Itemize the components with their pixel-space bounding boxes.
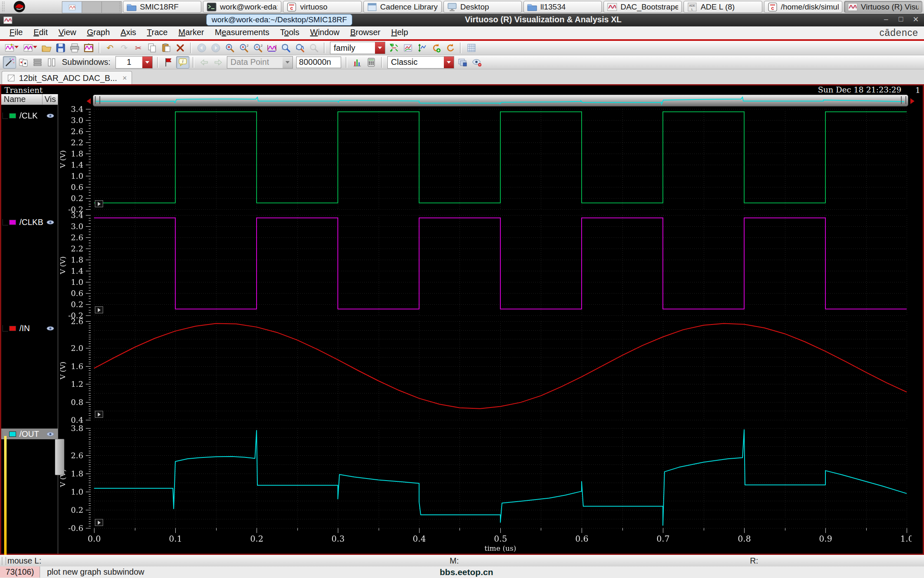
menu-axis[interactable]: Axis	[115, 26, 141, 39]
undo-button[interactable]: ↶	[104, 42, 117, 54]
signal-row-clk[interactable]: /CLK	[1, 110, 58, 121]
expand-strip-button[interactable]	[95, 200, 103, 207]
visibility-eye-icon[interactable]	[46, 220, 54, 225]
close-button[interactable]: ✕	[912, 15, 920, 24]
paste-button[interactable]	[160, 42, 173, 54]
pager-cell-1[interactable]	[62, 2, 82, 13]
family-combo-dropdown-icon[interactable]	[375, 42, 385, 54]
menu-file[interactable]: File	[4, 26, 28, 39]
menu-graph[interactable]: Graph	[82, 26, 116, 39]
datapoint-combo[interactable]: Data Point	[227, 56, 293, 69]
menu-trace[interactable]: Trace	[141, 26, 173, 39]
columns-button[interactable]	[45, 56, 58, 69]
zoom-box-button[interactable]	[279, 42, 292, 54]
dropdown-caret-icon[interactable]	[33, 46, 37, 48]
menu-window[interactable]: Window	[305, 26, 345, 39]
mouse-right-binding: R:	[750, 556, 758, 566]
new-graph-button[interactable]	[3, 42, 16, 54]
histogram-button[interactable]	[351, 56, 364, 69]
minimize-button[interactable]: ‒	[882, 15, 890, 24]
menu-help[interactable]: Help	[386, 26, 413, 39]
taskbar-button-6[interactable]: ll13534	[523, 1, 602, 13]
eye-style-button[interactable]	[470, 56, 483, 69]
time-value-field[interactable]: 800000n	[296, 57, 341, 68]
menu-marker[interactable]: Marker	[173, 26, 209, 39]
signal-row-out[interactable]: /OUT	[1, 429, 58, 439]
panel-scrollbar-thumb[interactable]	[55, 439, 64, 475]
new-subwindow-button[interactable]	[21, 42, 35, 54]
tab-close-icon[interactable]: ×	[121, 74, 127, 83]
save-button[interactable]	[54, 42, 67, 54]
taskbar-button-2[interactable]: work@work-eda:~/D···	[203, 1, 281, 13]
taskbar-button-9[interactable]: c/home/disk/simulatio···	[764, 1, 842, 13]
save-style-button[interactable]	[456, 56, 469, 69]
signal-row-clkb[interactable]: /CLKB	[1, 217, 58, 227]
out-plot-canvas[interactable]	[58, 422, 912, 534]
rows-button[interactable]	[31, 56, 44, 69]
swap-sweep-button[interactable]	[429, 42, 443, 54]
reload-sweep-button[interactable]	[443, 42, 457, 54]
menu-view[interactable]: View	[53, 26, 82, 39]
maximize-button[interactable]: □	[897, 15, 905, 24]
swap-sweep-icon	[431, 43, 441, 53]
tree-connector	[2, 113, 8, 119]
family-combo[interactable]: family	[330, 42, 385, 54]
visibility-eye-icon[interactable]	[46, 113, 54, 118]
menu-tools[interactable]: Tools	[275, 26, 305, 39]
taskbar-button-10[interactable]: Virtuoso (R) Visualiza···	[844, 1, 922, 13]
flag-button[interactable]	[162, 56, 175, 69]
table-button[interactable]	[465, 42, 478, 54]
snapshot-button[interactable]	[82, 42, 95, 54]
nav-forward-icon	[211, 43, 221, 53]
delete-button[interactable]	[174, 42, 187, 54]
visibility-eye-icon[interactable]	[46, 326, 54, 331]
subwindows-combo[interactable]: 1	[116, 56, 153, 69]
callout-button[interactable]: i	[176, 56, 189, 69]
taskbar-button-4[interactable]: Cadence Library Man···	[363, 1, 442, 13]
cut-button[interactable]: ✂	[132, 42, 145, 54]
zoom-in-button[interactable]	[223, 42, 236, 54]
pager-cell-2[interactable]	[82, 2, 102, 13]
zoom-wave-button[interactable]	[293, 42, 306, 54]
dropdown-caret-icon[interactable]	[14, 46, 19, 48]
taskbar-button-5[interactable]: Desktop	[443, 1, 522, 13]
visibility-eye-icon[interactable]	[46, 431, 54, 437]
taskbar-button-8[interactable]: ADELADE L (8)	[684, 1, 762, 13]
tab-12bit-sar-adc[interactable]: 12bit_SAR_ADC DAC_B... ×	[2, 71, 132, 85]
wand-button[interactable]: ✦✦✦	[3, 56, 16, 69]
open-folder-button[interactable]	[40, 42, 53, 54]
taskbar-button-3[interactable]: cvirtuoso	[283, 1, 361, 13]
taskbar-button-1[interactable]: SMIC18RF	[123, 1, 201, 13]
subwindows-combo-dropdown-icon[interactable]	[142, 57, 152, 68]
split-strips-button[interactable]	[387, 42, 401, 54]
expand-strip-button[interactable]	[95, 519, 103, 526]
menu-browser[interactable]: Browser	[345, 26, 386, 39]
zoom-fit-button[interactable]	[265, 42, 278, 54]
name-column-header[interactable]: Name	[4, 95, 26, 104]
expand-strip-button[interactable]	[95, 306, 103, 313]
taskbar-button-7[interactable]: DAC_Bootstraped_Sw···	[603, 1, 682, 13]
vertical-axes-button[interactable]	[415, 42, 429, 54]
zoom-out-x2-button[interactable]: 2	[251, 42, 264, 54]
vis-column-header[interactable]: Vis	[45, 95, 56, 104]
print-button[interactable]	[68, 42, 81, 54]
in-plot-canvas[interactable]	[58, 315, 912, 426]
workspace-pager[interactable]	[62, 1, 122, 13]
clk-plot-canvas[interactable]	[58, 103, 912, 215]
copy-button[interactable]	[146, 42, 159, 54]
redhat-menu-icon[interactable]	[13, 0, 26, 13]
menu-measurements[interactable]: Measurements	[210, 26, 275, 39]
pager-cell-3[interactable]	[102, 2, 121, 13]
clkb-plot-canvas[interactable]	[58, 209, 912, 321]
overlay-strips-button[interactable]	[401, 42, 415, 54]
signal-row-in[interactable]: /IN	[1, 323, 58, 334]
datapoint-combo-dropdown-icon[interactable]	[283, 57, 292, 68]
cards-button[interactable]: ♥♠	[17, 56, 30, 69]
expand-strip-button[interactable]	[95, 411, 103, 418]
zoom-none-icon	[309, 43, 319, 53]
style-combo-dropdown-icon[interactable]	[444, 57, 454, 68]
menu-edit[interactable]: Edit	[28, 26, 53, 39]
calculator-button[interactable]	[365, 56, 378, 69]
zoom-in-x2-button[interactable]: 2	[237, 42, 250, 54]
style-combo[interactable]: Classic	[387, 56, 454, 69]
